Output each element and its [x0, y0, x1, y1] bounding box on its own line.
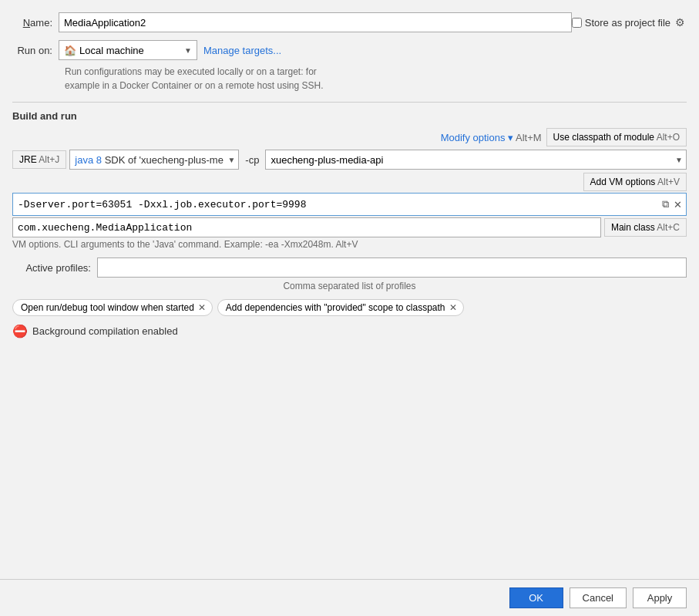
cp-flag: -cp — [242, 154, 262, 166]
active-profiles-input[interactable] — [97, 258, 687, 278]
jre-button[interactable]: JRE Alt+J — [12, 150, 66, 169]
classpath-select[interactable]: xuecheng-plus-media-api ▼ — [265, 150, 687, 170]
tag-provided-label: Add dependencies with "provided" scope t… — [226, 302, 445, 313]
chevron-down-icon: ▼ — [184, 46, 192, 55]
close-vm-button[interactable]: ✕ — [672, 197, 684, 211]
run-on-description: Run configurations may be executed local… — [65, 65, 687, 93]
name-input[interactable] — [59, 12, 572, 32]
build-run-title: Build and run — [12, 110, 687, 122]
warning-row: ⛔ Background compilation enabled — [12, 324, 687, 338]
tag-debug-label: Open run/debug tool window when started — [21, 302, 194, 313]
tag-provided-close[interactable]: ✕ — [449, 303, 457, 312]
vm-options-hint: VM options. CLI arguments to the 'Java' … — [12, 239, 687, 250]
apply-button[interactable]: Apply — [633, 587, 687, 608]
main-class-button[interactable]: Main class Alt+C — [604, 218, 687, 237]
warning-text: Background compilation enabled — [32, 325, 178, 337]
tag-debug-close[interactable]: ✕ — [198, 303, 206, 312]
store-as-project-label: Store as project file — [585, 17, 670, 29]
local-machine-text: Local machine — [79, 45, 144, 56]
java-version-text: java 8 — [75, 154, 102, 166]
options-tags: Open run/debug tool window when started … — [12, 299, 687, 316]
dialog-footer: OK Cancel Apply — [0, 579, 699, 616]
store-as-project-checkbox[interactable] — [572, 18, 582, 28]
tag-debug-window: Open run/debug tool window when started … — [12, 299, 213, 316]
run-on-select[interactable]: 🏠 Local machine ▼ — [59, 40, 197, 60]
warning-icon: ⛔ — [12, 324, 28, 338]
home-icon: 🏠 — [64, 45, 76, 56]
main-class-input[interactable] — [12, 217, 601, 237]
java-version-select[interactable]: java 8 SDK of 'xuecheng-plus-me ▼ — [69, 150, 239, 170]
java-sdk-text: SDK of 'xuecheng-plus-me — [102, 154, 223, 166]
cancel-button[interactable]: Cancel — [570, 587, 627, 608]
run-on-label: Run on: — [12, 45, 59, 56]
vm-options-input[interactable] — [12, 193, 687, 216]
modify-options-button[interactable]: Modify options ▾ Alt+M — [441, 132, 542, 143]
add-vm-options-button[interactable]: Add VM options Alt+V — [583, 173, 687, 191]
manage-targets-button[interactable]: Manage targets... — [203, 45, 281, 56]
cp-chevron-icon: ▼ — [675, 156, 683, 164]
classpath-value: xuecheng-plus-media-api — [271, 154, 383, 166]
name-label: Name: — [12, 17, 59, 29]
gear-icon[interactable]: ⚙ — [674, 16, 687, 29]
ok-button[interactable]: OK — [509, 587, 563, 608]
profiles-hint: Comma separated list of profiles — [12, 281, 687, 291]
use-classpath-button[interactable]: Use classpath of module Alt+O — [546, 128, 687, 146]
tag-provided-scope: Add dependencies with "provided" scope t… — [217, 299, 464, 316]
copy-icon-button[interactable]: ⧉ — [660, 197, 670, 211]
active-profiles-label: Active profiles: — [12, 262, 97, 274]
java-chevron-icon: ▼ — [227, 156, 235, 164]
